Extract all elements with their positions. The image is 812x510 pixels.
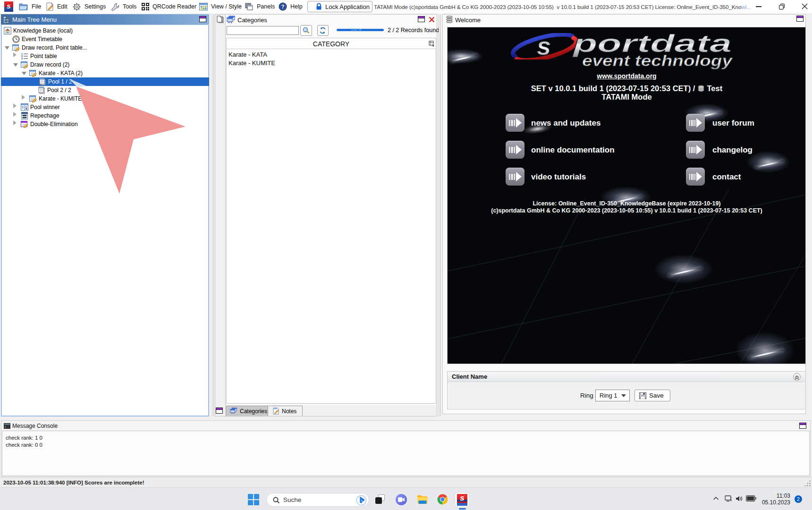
svg-text:s: s <box>537 33 551 60</box>
svg-text:event technology: event technology <box>582 52 733 69</box>
svg-text:3: 3 <box>21 57 23 60</box>
svg-text:?: ? <box>281 4 284 9</box>
